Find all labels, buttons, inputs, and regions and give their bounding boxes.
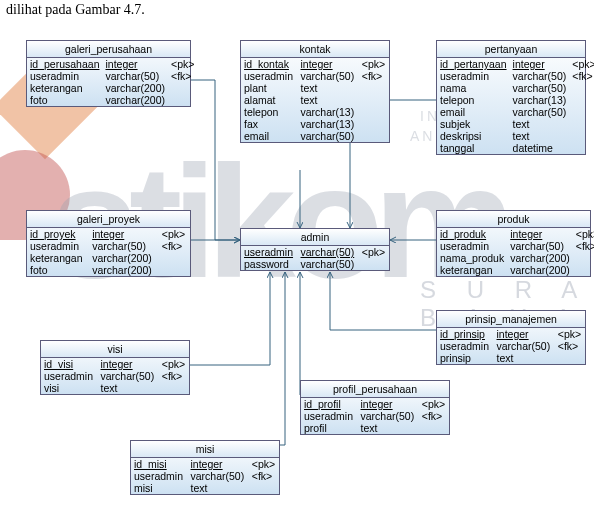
entity-profil-perusahaan: profil_perusahaan id_profilinteger<pk>us…	[300, 380, 450, 435]
entity-columns: id_visiinteger<pk>useradminvarchar(50)<f…	[41, 358, 189, 394]
column-name: email	[241, 130, 298, 142]
column-name: id_prinsip	[437, 328, 494, 340]
column-key	[159, 264, 190, 276]
column-type: varchar(50)	[89, 240, 159, 252]
column-type: varchar(50)	[188, 470, 249, 482]
column-name: useradmin	[437, 240, 507, 252]
column-key: <fk>	[168, 70, 197, 82]
column-name: nama_produk	[437, 252, 507, 264]
column-key	[569, 94, 594, 106]
entity-columns: id_pertanyaaninteger<pk>useradminvarchar…	[437, 58, 594, 154]
column-key: <pk>	[249, 458, 279, 470]
column-key	[359, 130, 389, 142]
column-key	[569, 82, 594, 94]
column-type: varchar(50)	[298, 70, 359, 82]
entity-columns: id_perusahaaninteger<pk>useradminvarchar…	[27, 58, 197, 106]
column-type: integer	[89, 228, 159, 240]
column-type: varchar(200)	[507, 264, 573, 276]
column-name: foto	[27, 94, 102, 106]
column-type: text	[298, 94, 359, 106]
column-type: varchar(50)	[510, 70, 570, 82]
column-type: integer	[188, 458, 249, 470]
column-type: varchar(50)	[358, 410, 419, 422]
entity-title: galeri_proyek	[27, 211, 190, 228]
column-name: visi	[41, 382, 98, 394]
entity-columns: id_kontakinteger<pk>useradminvarchar(50)…	[241, 58, 389, 142]
column-key	[569, 118, 594, 130]
column-key	[419, 422, 449, 434]
column-type: varchar(200)	[507, 252, 573, 264]
column-key: <fk>	[555, 340, 585, 352]
column-key	[359, 118, 389, 130]
column-name: plant	[241, 82, 298, 94]
column-key	[569, 106, 594, 118]
column-key	[569, 142, 594, 154]
column-key	[168, 94, 197, 106]
caption-text: dilihat pada Gambar 4.7.	[6, 2, 145, 18]
column-key: <fk>	[573, 240, 594, 252]
column-name: id_visi	[41, 358, 98, 370]
entity-prinsip-manajemen: prinsip_manajemen id_prinsipinteger<pk>u…	[436, 310, 586, 365]
column-name: useradmin	[131, 470, 188, 482]
column-key	[159, 382, 189, 394]
column-key	[249, 482, 279, 494]
column-type: varchar(200)	[102, 94, 168, 106]
column-name: useradmin	[437, 340, 494, 352]
entity-columns: useradminvarchar(50)<pk>passwordvarchar(…	[241, 246, 389, 270]
column-name: id_misi	[131, 458, 188, 470]
column-type: integer	[98, 358, 159, 370]
column-key	[359, 106, 389, 118]
column-name: id_produk	[437, 228, 507, 240]
column-key: <pk>	[359, 246, 389, 258]
column-name: useradmin	[27, 240, 89, 252]
column-name: tanggal	[437, 142, 510, 154]
column-type: text	[298, 82, 359, 94]
column-key	[359, 82, 389, 94]
column-key: <pk>	[573, 228, 594, 240]
entity-title: misi	[131, 441, 279, 458]
column-name: telepon	[437, 94, 510, 106]
column-key	[573, 264, 594, 276]
column-type: varchar(50)	[298, 258, 359, 270]
column-type: varchar(50)	[507, 240, 573, 252]
entity-title: prinsip_manajemen	[437, 311, 585, 328]
entity-title: galeri_perusahaan	[27, 41, 190, 58]
column-key	[555, 352, 585, 364]
column-name: nama	[437, 82, 510, 94]
entity-kontak: kontak id_kontakinteger<pk>useradminvarc…	[240, 40, 390, 143]
column-key: <pk>	[569, 58, 594, 70]
entity-title: kontak	[241, 41, 389, 58]
entity-columns: id_prinsipinteger<pk>useradminvarchar(50…	[437, 328, 585, 364]
entity-columns: id_misiinteger<pk>useradminvarchar(50)<f…	[131, 458, 279, 494]
column-key: <fk>	[159, 240, 190, 252]
column-type: varchar(13)	[298, 118, 359, 130]
column-key: <pk>	[419, 398, 449, 410]
column-name: misi	[131, 482, 188, 494]
column-key: <pk>	[159, 358, 189, 370]
entity-galeri-perusahaan: galeri_perusahaan id_perusahaaninteger<p…	[26, 40, 191, 107]
column-type: integer	[494, 328, 555, 340]
column-name: deskripsi	[437, 130, 510, 142]
column-key: <fk>	[419, 410, 449, 422]
entity-produk: produk id_produkinteger<pk>useradminvarc…	[436, 210, 591, 277]
column-key: <fk>	[159, 370, 189, 382]
column-type: varchar(13)	[298, 106, 359, 118]
column-key	[569, 130, 594, 142]
column-name: password	[241, 258, 298, 270]
column-type: integer	[102, 58, 168, 70]
entity-title: visi	[41, 341, 189, 358]
entity-title: profil_perusahaan	[301, 381, 449, 398]
entity-title: admin	[241, 229, 389, 246]
column-type: varchar(50)	[298, 130, 359, 142]
column-type: integer	[510, 58, 570, 70]
column-type: datetime	[510, 142, 570, 154]
column-key: <pk>	[168, 58, 197, 70]
column-name: useradmin	[241, 246, 298, 258]
column-key	[359, 94, 389, 106]
column-key	[168, 82, 197, 94]
column-type: varchar(50)	[510, 82, 570, 94]
column-name: id_pertanyaan	[437, 58, 510, 70]
column-name: profil	[301, 422, 358, 434]
column-key	[359, 258, 389, 270]
column-name: id_perusahaan	[27, 58, 102, 70]
